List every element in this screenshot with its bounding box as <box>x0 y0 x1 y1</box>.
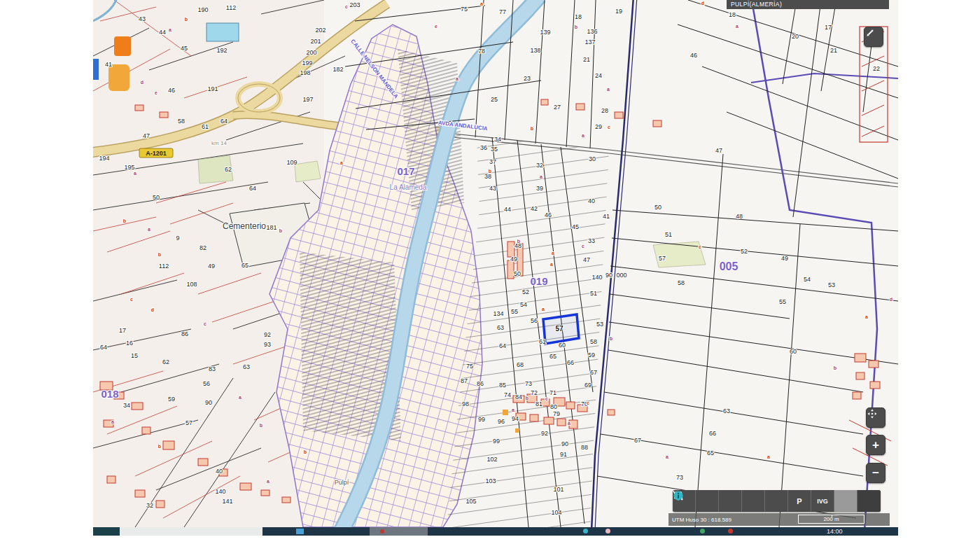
svg-text:66: 66 <box>709 430 716 437</box>
svg-text:000: 000 <box>616 272 626 279</box>
svg-text:68: 68 <box>517 361 524 368</box>
svg-text:101: 101 <box>553 486 564 493</box>
svg-text:195: 195 <box>124 164 134 171</box>
svg-text:24: 24 <box>595 72 602 79</box>
taskbar-segment-left <box>93 527 120 536</box>
svg-text:138: 138 <box>530 47 540 54</box>
svg-text:81: 81 <box>536 400 542 407</box>
svg-text:64: 64 <box>220 118 227 125</box>
svg-text:20: 20 <box>792 33 799 40</box>
svg-text:b: b <box>260 423 262 428</box>
svg-text:a: a <box>542 307 545 312</box>
svg-text:49: 49 <box>510 256 517 263</box>
pan-button[interactable] <box>866 407 886 428</box>
svg-text:34: 34 <box>494 136 501 143</box>
svg-text:29: 29 <box>595 123 602 130</box>
ivg-button[interactable]: IVG <box>811 490 834 512</box>
basemap-cluster-button[interactable] <box>834 490 858 512</box>
svg-text:75: 75 <box>466 363 473 370</box>
svg-text:87: 87 <box>461 377 468 384</box>
svg-text:46: 46 <box>690 52 697 59</box>
svg-text:64: 64 <box>499 342 506 349</box>
fullscreen-button[interactable] <box>864 27 883 47</box>
svg-text:61: 61 <box>202 123 209 130</box>
svg-text:50: 50 <box>514 270 521 277</box>
svg-text:46: 46 <box>168 87 175 94</box>
svg-text:80: 80 <box>550 403 557 410</box>
svg-text:25: 25 <box>491 96 498 103</box>
svg-text:a: a <box>736 24 738 29</box>
svg-text:74: 74 <box>504 391 511 398</box>
svg-text:47: 47 <box>583 256 590 263</box>
print-button[interactable] <box>765 490 788 512</box>
svg-text:a: a <box>148 227 150 232</box>
zoom-out-button[interactable]: − <box>866 463 886 483</box>
svg-text:km 14: km 14 <box>211 140 227 146</box>
svg-text:a: a <box>239 395 241 400</box>
zoom-in-button[interactable]: + <box>866 435 886 455</box>
svg-text:136: 136 <box>587 28 597 35</box>
svg-text:41: 41 <box>105 61 112 68</box>
svg-text:58: 58 <box>590 338 597 345</box>
blue-edge-feature <box>93 59 99 80</box>
svg-text:71: 71 <box>550 389 556 396</box>
svg-text:65: 65 <box>241 262 248 269</box>
svg-text:Cementerio: Cementerio <box>223 221 266 231</box>
road-shield-label: A-1201 <box>146 150 167 157</box>
svg-text:c: c <box>204 321 206 326</box>
svg-text:55: 55 <box>511 308 518 315</box>
svg-text:a: a <box>512 407 514 412</box>
svg-text:200: 200 <box>306 49 316 56</box>
svg-text:43: 43 <box>139 15 146 22</box>
layers-button[interactable] <box>719 490 742 512</box>
svg-text:23: 23 <box>524 75 531 82</box>
svg-text:57: 57 <box>186 419 192 426</box>
svg-text:54: 54 <box>520 301 527 308</box>
svg-text:36: 36 <box>480 144 487 151</box>
svg-text:105: 105 <box>465 498 476 505</box>
scale-tick <box>832 515 832 517</box>
svg-text:a: a <box>540 174 542 179</box>
svg-text:b: b <box>158 444 161 449</box>
svg-text:99: 99 <box>493 438 500 445</box>
svg-text:190: 190 <box>197 6 208 13</box>
svg-text:140: 140 <box>592 274 602 281</box>
svg-text:c: c <box>582 244 584 249</box>
cadastral-map: A-1201 190112203202201200199198197182192… <box>93 0 898 527</box>
svg-text:33: 33 <box>588 237 595 244</box>
search-button[interactable] <box>696 490 719 512</box>
info-button[interactable] <box>858 490 881 512</box>
road-shield: A-1201 <box>139 148 173 158</box>
taskbar-record-dot <box>380 529 384 533</box>
svg-text:c: c <box>545 396 548 401</box>
svg-text:35: 35 <box>491 146 498 153</box>
svg-text:57: 57 <box>659 255 666 262</box>
svg-text:62: 62 <box>162 358 169 365</box>
svg-text:a: a <box>767 454 770 459</box>
svg-text:91: 91 <box>560 451 567 458</box>
taskbar-segment-light <box>120 527 262 536</box>
svg-text:77: 77 <box>499 8 506 15</box>
svg-text:30: 30 <box>589 155 596 162</box>
svg-text:18: 18 <box>729 11 736 18</box>
ivg-label: IVG <box>817 498 828 505</box>
pegman-p-icon: P <box>797 497 802 505</box>
svg-text:85: 85 <box>499 382 506 389</box>
svg-text:64: 64 <box>100 344 107 351</box>
measure-button[interactable] <box>742 490 765 512</box>
map-canvas[interactable]: A-1201 190112203202201200199198197182192… <box>93 0 898 527</box>
taskbar-app-icon[interactable] <box>296 529 304 534</box>
svg-text:69: 69 <box>584 382 592 389</box>
position-p-button[interactable]: P <box>788 490 811 512</box>
svg-text:39: 39 <box>536 185 543 192</box>
svg-text:37: 37 <box>489 158 496 165</box>
svg-text:b: b <box>158 252 161 257</box>
taskbar-dot <box>700 529 705 533</box>
svg-text:a: a <box>111 419 114 424</box>
svg-text:21: 21 <box>830 47 837 54</box>
taskbar: 14:00 <box>93 527 898 536</box>
utm-coordinates: UTM Huso 30 : 618.589 <box>672 517 732 523</box>
svg-text:9: 9 <box>176 235 179 242</box>
taskbar-dot <box>606 529 610 533</box>
svg-text:92: 92 <box>264 331 271 338</box>
